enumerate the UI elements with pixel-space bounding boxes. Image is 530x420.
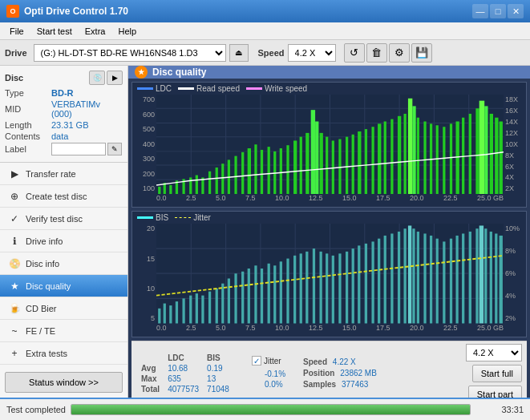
svg-rect-59 — [417, 118, 419, 195]
content-header-title: Disc quality — [152, 67, 206, 78]
progress-bar-fill — [71, 405, 470, 414]
sidebar-item-disc-info[interactable]: 📀 Disc info — [0, 252, 127, 275]
sidebar-item-transfer-rate[interactable]: ▶ Transfer rate — [0, 163, 127, 185]
sidebar-item-verify-test-disc[interactable]: ✓ Verify test disc — [0, 208, 127, 230]
sidebar-item-cd-bier[interactable]: 🍺 CD Bier — [0, 297, 127, 320]
menu-help[interactable]: Help — [111, 25, 143, 38]
svg-rect-28 — [234, 156, 237, 195]
svg-rect-131 — [436, 239, 439, 324]
svg-rect-16 — [158, 187, 160, 195]
speed-info-label: Speed — [303, 357, 327, 366]
position-value: 23862 MB — [340, 369, 377, 378]
svg-rect-49 — [358, 131, 361, 195]
svg-rect-53 — [384, 122, 386, 195]
svg-rect-50 — [365, 129, 367, 194]
menu-file[interactable]: File — [3, 25, 30, 38]
avg-bis: 0.19 — [204, 364, 233, 373]
svg-rect-95 — [208, 292, 211, 324]
minimize-button[interactable]: — — [472, 4, 488, 18]
avg-ldc: 10.68 — [164, 364, 202, 373]
speed-select[interactable]: 4.2 X — [288, 44, 336, 62]
sidebar-item-fe-te[interactable]: ~ FE / TE — [0, 320, 127, 342]
speed-select-2[interactable]: 4.2 X — [466, 344, 522, 361]
save-button[interactable]: 💾 — [411, 43, 432, 63]
menu-start-test[interactable]: Start test — [30, 25, 79, 38]
create-test-disc-icon: ⊕ — [8, 190, 21, 203]
legend-read-speed: Read speed — [178, 84, 240, 93]
jitter-checkbox[interactable]: ✓ — [252, 356, 261, 365]
svg-rect-96 — [216, 289, 218, 324]
menu-extra[interactable]: Extra — [79, 25, 112, 38]
disc-btn-1[interactable]: 💿 — [89, 71, 105, 85]
sidebar-item-drive-info[interactable]: ℹ Drive info — [0, 230, 127, 252]
stats-panel: LDC BIS Avg 10.68 0.19 Max 635 13 — [131, 341, 527, 398]
svg-rect-25 — [216, 168, 218, 195]
svg-rect-126 — [408, 226, 411, 324]
col-ldc-header: LDC — [164, 353, 202, 362]
start-part-button[interactable]: Start part — [468, 386, 522, 398]
drive-info-label: Drive info — [26, 236, 63, 246]
close-button[interactable]: ✕ — [508, 4, 524, 18]
disc-btn-2[interactable]: ▶ — [107, 71, 123, 85]
sidebar-item-extra-tests[interactable]: + Extra tests — [0, 342, 127, 365]
svg-rect-63 — [443, 127, 445, 194]
maximize-button[interactable]: □ — [490, 4, 506, 18]
chart2-x-axis: 0.0 2.5 5.0 7.5 10.0 12.5 15.0 17.5 20.0… — [132, 324, 526, 337]
legend-jitter-color — [175, 217, 191, 219]
label-input[interactable] — [51, 143, 106, 155]
col-bis-header: BIS — [204, 353, 233, 362]
svg-rect-30 — [248, 148, 251, 194]
chart1-body: 700 600 500 400 300 200 100 — [132, 95, 526, 194]
contents-label: Contents — [5, 131, 51, 141]
status-window-button[interactable]: Status window >> — [5, 372, 123, 393]
svg-rect-57 — [408, 99, 412, 195]
app-title: Opti Drive Control 1.70 — [24, 6, 128, 17]
settings-button[interactable]: ⚙ — [389, 43, 410, 63]
svg-rect-103 — [261, 269, 263, 324]
title-bar: O Opti Drive Control 1.70 — □ ✕ — [0, 0, 530, 22]
svg-rect-141 — [495, 234, 497, 324]
extra-tests-icon: + — [8, 347, 21, 360]
max-bis: 13 — [204, 374, 233, 383]
svg-rect-31 — [254, 144, 257, 194]
fe-te-label: FE / TE — [26, 326, 55, 336]
svg-rect-32 — [261, 150, 263, 195]
svg-rect-58 — [412, 106, 415, 194]
legend-jitter: Jitter — [175, 213, 211, 222]
svg-rect-56 — [404, 114, 407, 195]
extra-tests-label: Extra tests — [26, 349, 67, 358]
legend-bis-color — [137, 216, 153, 219]
mid-label: MID — [5, 104, 51, 114]
svg-rect-114 — [332, 256, 334, 324]
contents-value: data — [51, 131, 68, 141]
avg-jitter: -0.1% — [261, 370, 289, 378]
svg-rect-88 — [164, 304, 166, 324]
samples-row: Samples 377463 — [303, 380, 377, 389]
status-bar: Test completed 33:31 — [0, 398, 530, 420]
erase-button[interactable]: 🗑 — [366, 43, 387, 63]
chart1-y-axis-right: 18X 16X 14X 12X 10X 8X 6X 4X 2X — [504, 95, 526, 194]
legend-write-speed: Write speed — [246, 84, 307, 93]
drive-select[interactable]: (G:) HL-DT-ST BD-RE WH16NS48 1.D3 — [34, 44, 226, 62]
total-bis: 71048 — [204, 385, 233, 394]
eject-button[interactable]: ⏏ — [229, 44, 249, 62]
chart2-plot — [156, 224, 504, 323]
refresh-button[interactable]: ↺ — [344, 43, 365, 63]
svg-rect-108 — [293, 256, 296, 324]
type-label: Type — [5, 88, 51, 98]
max-ldc: 635 — [164, 374, 202, 383]
svg-rect-36 — [286, 145, 289, 194]
sidebar-item-disc-quality[interactable]: ★ Disc quality — [0, 275, 127, 297]
sidebar-item-create-test-disc[interactable]: ⊕ Create test disc — [0, 185, 127, 208]
svg-rect-107 — [286, 259, 289, 324]
start-full-button[interactable]: Start full — [472, 365, 522, 382]
chart1-svg — [156, 95, 504, 194]
svg-rect-42 — [315, 122, 318, 195]
disc-info-icon: 📀 — [8, 257, 21, 270]
chart2-body: 20 15 10 5 — [132, 224, 526, 323]
svg-rect-130 — [430, 236, 432, 324]
chart1-y-axis-left: 700 600 500 400 300 200 100 — [132, 95, 156, 194]
svg-rect-139 — [484, 229, 487, 324]
label-button[interactable]: ✎ — [107, 143, 122, 155]
svg-rect-137 — [475, 229, 478, 324]
